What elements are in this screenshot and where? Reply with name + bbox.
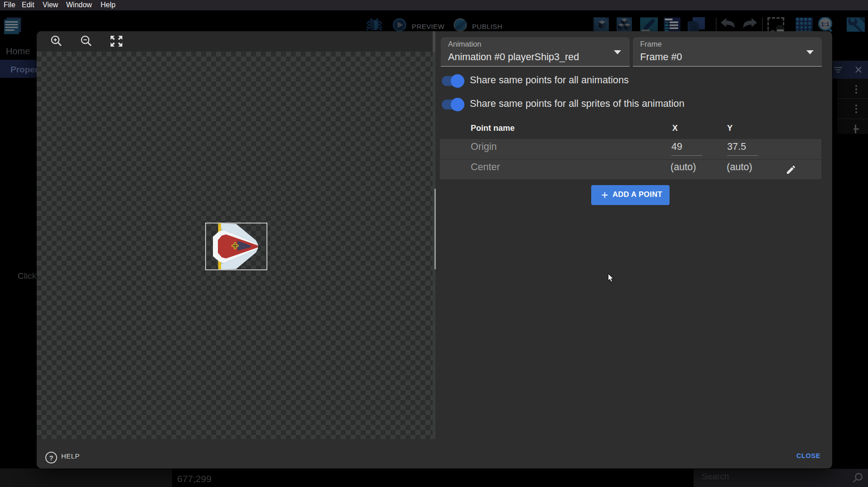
svg-text:?: ? — [49, 454, 53, 462]
svg-text:1:1: 1:1 — [821, 21, 829, 28]
